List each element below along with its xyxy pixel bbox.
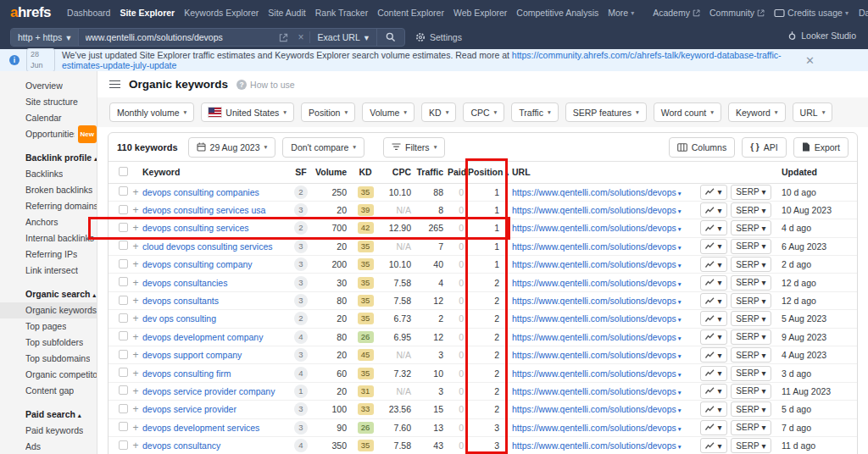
serp-button[interactable]: SERP▾ <box>731 239 771 254</box>
sidebar-section-header[interactable]: Paid search▴ <box>0 407 97 423</box>
expand-plus-icon[interactable]: + <box>132 295 138 307</box>
serp-button[interactable]: SERP▾ <box>731 438 771 453</box>
trend-chart-button[interactable]: ▾ <box>700 202 726 218</box>
sidebar-item[interactable]: Content gap <box>0 383 97 399</box>
row-checkbox[interactable] <box>119 404 128 413</box>
collapse-sidebar-icon[interactable] <box>109 80 120 89</box>
serp-button[interactable]: SERP▾ <box>731 311 771 326</box>
row-checkbox[interactable] <box>119 186 128 196</box>
expand-plus-icon[interactable]: + <box>132 368 138 379</box>
sidebar-section-header[interactable]: Backlink profile▴ <box>0 150 97 166</box>
serp-button[interactable]: SERP▾ <box>731 293 771 308</box>
serp-button[interactable]: SERP▾ <box>731 202 771 218</box>
col-cpc[interactable]: CPC <box>380 162 415 183</box>
serp-button[interactable]: SERP▾ <box>731 185 771 200</box>
trend-chart-button[interactable]: ▾ <box>700 347 726 363</box>
date-picker-button[interactable]: 29 Aug 2023▾ <box>188 137 276 158</box>
col-keyword[interactable]: Keyword <box>142 162 287 183</box>
keyword-link[interactable]: devops development company <box>142 332 263 342</box>
url-link[interactable]: https://www.qentelli.com/solutions/devop… <box>512 368 682 379</box>
keyword-link[interactable]: devops consultants <box>142 296 219 306</box>
keyword-link[interactable]: devops consulting company <box>142 259 253 269</box>
keyword-link[interactable]: devops development services <box>142 423 259 433</box>
expand-plus-icon[interactable]: + <box>132 241 138 252</box>
url-link[interactable]: https://www.qentelli.com/solutions/devop… <box>512 259 682 269</box>
sidebar-item[interactable]: Ads <box>0 439 97 454</box>
col-paid[interactable]: Paid <box>448 162 468 183</box>
keyword-link[interactable]: devops service provider <box>142 404 236 414</box>
banner-close-icon[interactable]: ✕ <box>805 54 815 67</box>
expand-plus-icon[interactable]: + <box>132 331 138 343</box>
topnav-item[interactable]: Rank Tracker <box>315 8 368 18</box>
expand-plus-icon[interactable]: + <box>132 204 138 216</box>
topnav-item[interactable]: Site Explorer <box>120 8 175 18</box>
url-link[interactable]: https://www.qentelli.com/solutions/devop… <box>512 241 682 252</box>
col-position-sorted[interactable]: Position ▴ <box>468 162 504 183</box>
trend-chart-button[interactable]: ▾ <box>700 185 726 200</box>
search-button[interactable] <box>376 29 404 46</box>
expand-plus-icon[interactable]: + <box>132 422 138 434</box>
ahrefs-logo[interactable]: ahrefs <box>10 4 51 21</box>
clear-input-icon[interactable]: × <box>293 31 309 43</box>
topnav-item[interactable]: Competitive Analysis <box>516 8 598 18</box>
trend-chart-button[interactable]: ▾ <box>700 329 726 345</box>
expand-plus-icon[interactable]: + <box>132 385 138 397</box>
topnav-item[interactable]: Web Explorer <box>453 8 507 18</box>
export-button[interactable]: Export <box>793 137 849 158</box>
select-all-checkbox[interactable] <box>119 167 128 176</box>
sidebar-item[interactable]: Referring domains <box>0 198 97 214</box>
url-link[interactable]: https://www.qentelli.com/solutions/devop… <box>512 332 682 342</box>
target-url-input[interactable] <box>79 32 274 42</box>
open-external-icon[interactable] <box>274 33 293 42</box>
serp-button[interactable]: SERP▾ <box>731 401 771 417</box>
protocol-select[interactable]: http + https▾ <box>11 29 79 46</box>
sidebar-item[interactable]: OpportunitiesNew <box>0 126 97 142</box>
trend-chart-button[interactable]: ▾ <box>700 420 726 435</box>
keyword-link[interactable]: devops support company <box>142 350 242 360</box>
keyword-link[interactable]: devops consulting firm <box>142 368 231 379</box>
trend-chart-button[interactable]: ▾ <box>700 293 726 308</box>
sidebar-item[interactable]: Link intersect <box>0 263 97 279</box>
settings-button[interactable]: Settings <box>415 32 462 42</box>
compare-select[interactable]: Don't compare▾ <box>282 137 364 158</box>
topnav-item[interactable]: Content Explorer <box>377 8 444 18</box>
topnav-item[interactable]: Site Audit <box>268 8 305 18</box>
row-checkbox[interactable] <box>119 223 128 232</box>
sidebar-item[interactable]: Calendar <box>0 110 97 126</box>
keyword-link[interactable]: dev ops consulting <box>142 313 216 324</box>
filter-pill[interactable]: SERP features▾ <box>565 102 647 122</box>
topnav-item[interactable]: Keywords Explorer <box>184 8 259 18</box>
sidebar-item[interactable]: Anchors <box>0 214 97 230</box>
sidebar-section-header[interactable]: Organic search▴ <box>0 286 97 302</box>
row-checkbox[interactable] <box>119 241 128 250</box>
serp-button[interactable]: SERP▾ <box>731 220 771 235</box>
trend-chart-button[interactable]: ▾ <box>700 275 726 291</box>
row-checkbox[interactable] <box>119 440 128 450</box>
url-link[interactable]: https://www.qentelli.com/solutions/devop… <box>512 350 682 360</box>
trend-chart-button[interactable]: ▾ <box>700 311 726 326</box>
col-sf[interactable]: SF <box>287 162 315 183</box>
url-link[interactable]: https://www.qentelli.com/solutions/devop… <box>512 404 682 414</box>
topnav-item[interactable]: More▾ <box>608 8 634 18</box>
keyword-link[interactable]: devops consulting companies <box>142 187 259 197</box>
columns-button[interactable]: Columns <box>669 137 735 158</box>
col-traffic[interactable]: Traffic <box>415 162 448 183</box>
col-kd[interactable]: KD <box>351 162 380 183</box>
sidebar-item[interactable]: Referring IPs <box>0 246 97 263</box>
serp-button[interactable]: SERP▾ <box>731 329 771 345</box>
serp-button[interactable]: SERP▾ <box>731 420 771 435</box>
keyword-link[interactable]: devops consulting services <box>142 223 248 233</box>
sidebar-item[interactable]: Internal backlinks <box>0 230 97 246</box>
topnav-item-external[interactable]: Community <box>709 8 765 18</box>
row-checkbox[interactable] <box>119 350 128 359</box>
filter-pill[interactable]: United States▾ <box>201 102 294 122</box>
sidebar-item[interactable]: Organic competitors <box>0 367 97 383</box>
col-updated[interactable]: Updated <box>773 162 857 183</box>
row-checkbox[interactable] <box>119 331 128 340</box>
serp-button[interactable]: SERP▾ <box>731 384 771 399</box>
expand-plus-icon[interactable]: + <box>132 222 138 234</box>
trend-chart-button[interactable]: ▾ <box>700 257 726 272</box>
sidebar-item[interactable]: Top pages <box>0 318 97 335</box>
filter-pill[interactable]: Volume▾ <box>362 102 415 122</box>
url-link[interactable]: https://www.qentelli.com/solutions/devop… <box>512 205 682 215</box>
